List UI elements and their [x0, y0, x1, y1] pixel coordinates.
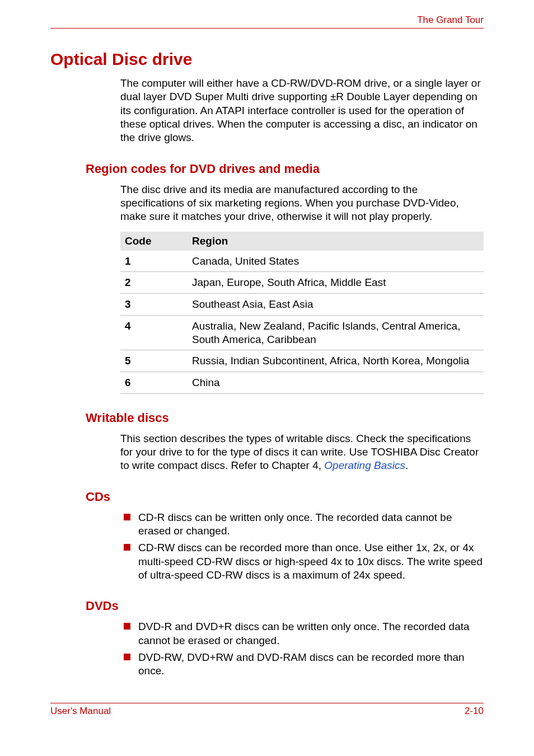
region-heading: Region codes for DVD drives and media — [86, 162, 484, 176]
writable-intro-pre: This section describes the types of writ… — [120, 433, 479, 472]
operating-basics-link[interactable]: Operating Basics — [324, 459, 405, 471]
table-row: 6 China — [120, 372, 484, 394]
table-row: 1 Canada, United States — [120, 251, 484, 272]
page-footer: User's Manual 2-10 — [50, 703, 484, 717]
list-item: DVD-R and DVD+R discs can be written onl… — [120, 620, 484, 647]
footer-left: User's Manual — [50, 706, 111, 717]
writable-intro: This section describes the types of writ… — [120, 432, 484, 473]
table-row: 3 Southeast Asia, East Asia — [120, 294, 484, 316]
list-item: CD-RW discs can be recorded more than on… — [120, 541, 484, 582]
region-table: Code Region 1 Canada, United States 2 Ja… — [120, 232, 484, 394]
region-code: 1 — [120, 251, 188, 272]
table-row: 5 Russia, Indian Subcontinent, Africa, N… — [120, 350, 484, 372]
region-name: China — [188, 372, 484, 394]
region-code: 3 — [120, 294, 188, 316]
header-chapter: The Grand Tour — [50, 15, 484, 26]
footer-right: 2-10 — [465, 706, 484, 717]
region-name: Southeast Asia, East Asia — [188, 294, 484, 316]
section-title: Optical Disc drive — [50, 50, 484, 69]
region-code: 4 — [120, 315, 188, 350]
section-intro: The computer will either have a CD-RW/DV… — [120, 77, 484, 145]
writable-intro-post: . — [405, 459, 408, 471]
region-code: 5 — [120, 350, 188, 372]
region-name: Japan, Europe, South Africa, Middle East — [188, 272, 484, 294]
region-name: Canada, United States — [188, 251, 484, 272]
table-row: 2 Japan, Europe, South Africa, Middle Ea… — [120, 272, 484, 294]
footer-divider — [50, 703, 484, 703]
header-divider — [50, 28, 484, 29]
cds-heading: CDs — [86, 490, 484, 504]
region-code: 2 — [120, 272, 188, 294]
region-col-code: Code — [120, 232, 188, 251]
writable-heading: Writable discs — [86, 411, 484, 425]
region-name: Russia, Indian Subcontinent, Africa, Nor… — [188, 350, 484, 372]
region-name: Australia, New Zealand, Pacific Islands,… — [188, 315, 484, 350]
dvds-list: DVD-R and DVD+R discs can be written onl… — [120, 620, 484, 678]
cds-list: CD-R discs can be written only once. The… — [120, 511, 484, 583]
list-item: CD-R discs can be written only once. The… — [120, 511, 484, 538]
table-row: 4 Australia, New Zealand, Pacific Island… — [120, 315, 484, 350]
region-col-region: Region — [188, 232, 484, 251]
dvds-heading: DVDs — [86, 599, 484, 613]
region-intro: The disc drive and its media are manufac… — [120, 183, 484, 224]
region-code: 6 — [120, 372, 188, 394]
list-item: DVD-RW, DVD+RW and DVD-RAM discs can be … — [120, 651, 484, 678]
